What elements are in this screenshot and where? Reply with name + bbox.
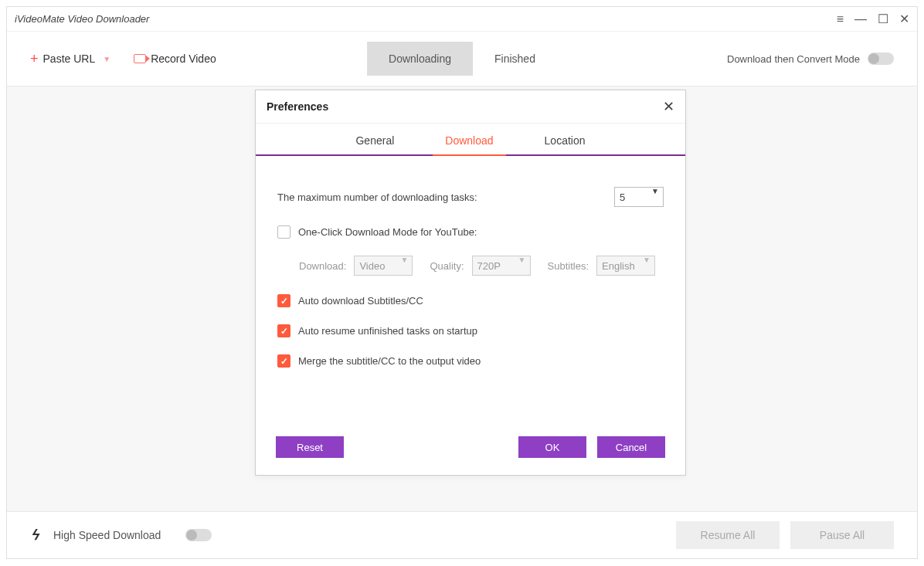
minimize-icon[interactable]: — <box>854 13 867 25</box>
download-type-select[interactable]: Video ▼ <box>354 256 413 276</box>
max-tasks-value: 5 <box>614 187 664 207</box>
merge-subtitle-row: Merge the subtitle/CC to the output vide… <box>277 354 664 368</box>
auto-resume-label: Auto resume unfinished tasks on startup <box>298 325 477 337</box>
tab-general[interactable]: General <box>349 124 400 154</box>
paste-url-label: Paste URL <box>43 53 96 65</box>
window-controls: ≡ — ☐ ✕ <box>837 13 909 25</box>
reset-button[interactable]: Reset <box>276 436 344 458</box>
ok-button[interactable]: OK <box>518 436 586 458</box>
download-type-value: Video <box>354 256 413 276</box>
pause-all-button[interactable]: Pause All <box>790 521 894 549</box>
one-click-label: One-Click Download Mode for YouTube: <box>298 226 477 238</box>
convert-mode-area: Download then Convert Mode <box>727 53 894 65</box>
merge-subtitle-checkbox[interactable] <box>277 354 290 368</box>
tab-finished[interactable]: Finished <box>473 42 557 76</box>
plus-icon: + <box>30 51 39 67</box>
titlebar: iVideoMate Video Downloader ≡ — ☐ ✕ <box>7 7 917 32</box>
hamburger-icon[interactable]: ≡ <box>837 13 844 25</box>
max-tasks-label: The maximum number of downloading tasks: <box>277 191 614 203</box>
app-title: iVideoMate Video Downloader <box>15 13 149 25</box>
auto-resume-checkbox[interactable] <box>277 324 290 337</box>
record-video-button[interactable]: Record Video <box>134 53 216 65</box>
high-speed-label: High Speed Download <box>53 529 161 541</box>
paste-url-button[interactable]: + Paste URL ▼ <box>30 51 110 67</box>
subtitles-label: Subtitles: <box>548 260 589 272</box>
bottombar-actions: Resume All Pause All <box>676 521 894 549</box>
convert-mode-toggle[interactable] <box>868 53 894 65</box>
one-click-options-row: Download: Video ▼ Quality: 720P ▼ Subtit… <box>299 256 664 276</box>
quality-label: Quality: <box>430 260 464 272</box>
maximize-icon[interactable]: ☐ <box>878 13 888 25</box>
modal-body: The maximum number of downloading tasks:… <box>256 156 685 425</box>
cancel-button[interactable]: Cancel <box>597 436 665 458</box>
modal-title: Preferences <box>267 100 328 113</box>
main-window: iVideoMate Video Downloader ≡ — ☐ ✕ + Pa… <box>6 6 918 559</box>
close-icon[interactable]: ✕ <box>663 98 674 115</box>
tab-location[interactable]: Location <box>538 124 592 154</box>
camera-icon <box>134 54 146 63</box>
merge-subtitle-label: Merge the subtitle/CC to the output vide… <box>298 355 481 367</box>
tab-downloading[interactable]: Downloading <box>367 42 473 76</box>
one-click-checkbox[interactable] <box>277 225 290 239</box>
modal-footer: Reset OK Cancel <box>256 425 685 475</box>
max-tasks-select[interactable]: 5 ▼ <box>614 187 664 207</box>
bottombar: ϟ High Speed Download Resume All Pause A… <box>7 512 917 558</box>
bolt-icon: ϟ <box>30 527 39 544</box>
preferences-modal: Preferences ✕ General Download Location … <box>255 90 686 476</box>
modal-tabs: General Download Location <box>256 124 685 156</box>
main-tabs: Downloading Finished <box>367 42 557 76</box>
convert-mode-label: Download then Convert Mode <box>727 53 860 65</box>
subtitles-value: English <box>596 256 655 276</box>
auto-resume-row: Auto resume unfinished tasks on startup <box>277 324 664 337</box>
close-window-icon[interactable]: ✕ <box>899 13 909 25</box>
auto-subtitles-label: Auto download Subtitles/CC <box>298 295 423 307</box>
quality-select[interactable]: 720P ▼ <box>472 256 531 276</box>
one-click-row: One-Click Download Mode for YouTube: <box>277 225 664 239</box>
max-tasks-row: The maximum number of downloading tasks:… <box>277 187 664 207</box>
download-label: Download: <box>299 260 346 272</box>
auto-subtitles-row: Auto download Subtitles/CC <box>277 294 664 307</box>
subtitles-select[interactable]: English ▼ <box>596 256 655 276</box>
record-video-label: Record Video <box>151 53 216 65</box>
modal-header: Preferences ✕ <box>256 90 685 124</box>
resume-all-button[interactable]: Resume All <box>676 521 780 549</box>
auto-subtitles-checkbox[interactable] <box>277 294 290 307</box>
tab-download[interactable]: Download <box>439 124 499 154</box>
toolbar: + Paste URL ▼ Record Video Downloading F… <box>7 32 917 86</box>
quality-value: 720P <box>472 256 531 276</box>
high-speed-toggle[interactable] <box>185 529 212 541</box>
chevron-down-icon: ▼ <box>103 55 110 63</box>
